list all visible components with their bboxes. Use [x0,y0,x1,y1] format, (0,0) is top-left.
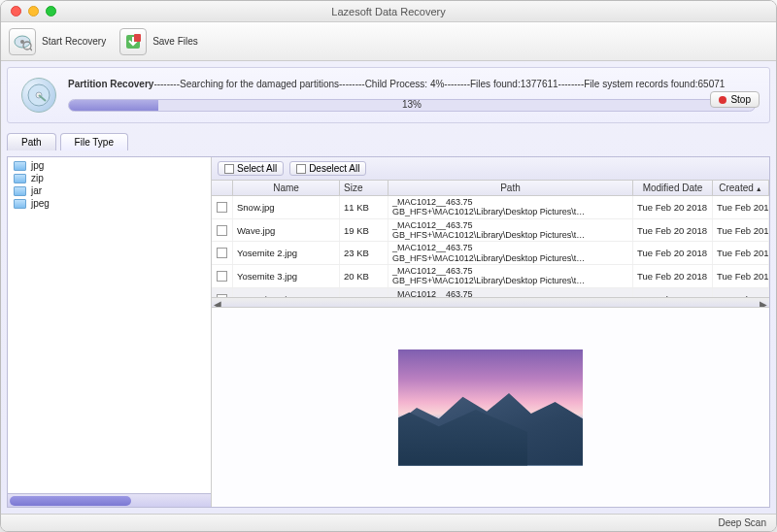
table-row[interactable]: Yosemite 3.jpg20 KB_MAC1012__463.75GB_HF… [212,265,769,288]
sidebar-tabs: Path File Type [7,133,770,150]
preview-pane [212,307,769,507]
stop-button[interactable]: Stop [710,91,760,108]
start-recovery-button[interactable]: Start Recovery [9,28,106,55]
deselect-all-button[interactable]: Deselect All [289,161,366,176]
col-modified[interactable]: Modified Date [633,181,713,195]
folder-label: jpg [31,160,44,171]
select-all-label: Select All [237,163,277,174]
tab-file-type[interactable]: File Type [60,133,128,150]
row-checkbox-cell [212,196,233,218]
row-checkbox[interactable] [217,202,227,213]
cell-name: Yosemite 4.jpg [233,288,340,297]
save-files-button[interactable]: Save Files [119,28,198,55]
titlebar: Lazesoft Data Recovery [1,1,776,22]
folder-list: jpgzipjarjpeg [8,157,211,493]
cell-created: Tue Feb 2018 [713,242,769,264]
content-row: jpgzipjarjpeg Select All Deselect All [7,156,770,508]
file-toolbar: Select All Deselect All [212,157,769,181]
folder-label: jar [31,185,42,196]
save-files-icon [119,28,147,55]
cell-created: Tue Feb 2018 [713,265,769,287]
app-window: Lazesoft Data Recovery Start Recovery Sa… [0,0,777,532]
checkbox-icon [224,164,234,174]
cell-name: Wave.jpg [233,219,340,242]
statusbar: Deep Scan [1,514,776,531]
folder-item[interactable]: jpg [12,159,207,172]
body-area: Partition Recovery--------Searching for … [1,61,776,514]
cell-modified: Tue Feb 20 2018 [633,219,713,242]
stop-label: Stop [730,94,751,105]
sidebar-scrollbar[interactable] [8,493,211,507]
cell-size: 19 KB [340,219,388,242]
file-table: Name Size Path Modified Date Created Sno… [212,181,769,307]
cell-path: _MAC1012__463.75GB_HFS+\MAC1012\Library\… [388,265,633,287]
cell-size: 19 KB [340,288,388,297]
folder-icon [14,161,26,171]
cell-name: Yosemite 3.jpg [233,265,340,287]
folder-icon [14,199,26,209]
status-message: --------Searching for the damaged partit… [153,79,725,89]
col-checkbox[interactable] [212,181,233,195]
cell-created: Tue Feb 2018 [713,288,769,297]
table-row[interactable]: Yosemite 4.jpg19 KB_MAC1012__463.75GB_HF… [212,288,769,297]
table-header: Name Size Path Modified Date Created [212,181,769,196]
tab-path[interactable]: Path [7,133,56,150]
row-checkbox-cell [212,242,233,264]
progress-label: 13% [68,98,756,112]
folder-item[interactable]: zip [12,172,207,184]
cell-path: _MAC1012__463.75GB_HFS+\MAC1012\Library\… [388,242,633,264]
col-size[interactable]: Size [340,181,388,195]
row-checkbox[interactable] [217,248,227,258]
cell-modified: Tue Feb 20 2018 [633,242,713,264]
save-files-label: Save Files [152,36,198,47]
table-row[interactable]: Snow.jpg11 KB_MAC1012__463.75GB_HFS+\MAC… [212,196,769,219]
folder-item[interactable]: jar [12,184,207,197]
col-name[interactable]: Name [233,181,340,195]
window-title: Lazesoft Data Recovery [1,6,776,17]
folder-item[interactable]: jpeg [12,197,207,210]
deselect-all-label: Deselect All [309,163,359,174]
checkbox-icon [296,164,306,174]
cell-size: 23 KB [340,242,388,264]
cell-modified: Tue Feb 20 2018 [633,265,713,287]
stop-icon [719,96,726,104]
cell-name: Snow.jpg [233,196,340,218]
folder-label: zip [31,173,44,183]
status-title: Partition Recovery [68,79,153,89]
cell-path: _MAC1012__463.75GB_HFS+\MAC1012\Library\… [388,288,633,297]
row-checkbox-cell [212,219,233,242]
scan-mode-label: Deep Scan [719,517,766,528]
cell-size: 11 KB [340,196,388,218]
col-path[interactable]: Path [388,181,633,195]
cell-name: Yosemite 2.jpg [233,242,340,264]
progress-bar: 13% [68,99,756,112]
cell-path: _MAC1012__463.75GB_HFS+\MAC1012\Library\… [388,219,633,242]
cell-path: _MAC1012__463.75GB_HFS+\MAC1012\Library\… [388,196,633,218]
disk-search-icon [9,28,36,55]
table-scrollbar[interactable] [212,297,769,307]
col-created[interactable]: Created [713,181,769,195]
row-checkbox-cell [212,265,233,287]
row-checkbox[interactable] [217,271,227,282]
status-text: Partition Recovery--------Searching for … [68,78,756,112]
cell-created: Tue Feb 2018 [713,196,769,218]
preview-image [398,349,583,466]
folder-label: jpeg [31,198,50,209]
folder-icon [14,186,26,196]
disk-icon [21,78,56,113]
folder-icon [14,174,26,183]
row-checkbox-cell [212,288,233,297]
select-all-button[interactable]: Select All [218,161,284,176]
start-recovery-label: Start Recovery [42,36,106,47]
svg-line-3 [30,49,32,50]
cell-modified: Tue Feb 20 2018 [633,288,713,297]
main-toolbar: Start Recovery Save Files [1,22,776,61]
table-row[interactable]: Yosemite 2.jpg23 KB_MAC1012__463.75GB_HF… [212,242,769,265]
cell-modified: Tue Feb 20 2018 [633,196,713,218]
table-row[interactable]: Wave.jpg19 KB_MAC1012__463.75GB_HFS+\MAC… [212,219,769,243]
status-panel: Partition Recovery--------Searching for … [7,67,770,123]
cell-created: Tue Feb 2018 [713,219,769,242]
table-body: Snow.jpg11 KB_MAC1012__463.75GB_HFS+\MAC… [212,196,769,297]
sidebar: jpgzipjarjpeg [8,157,212,507]
row-checkbox[interactable] [217,225,227,236]
